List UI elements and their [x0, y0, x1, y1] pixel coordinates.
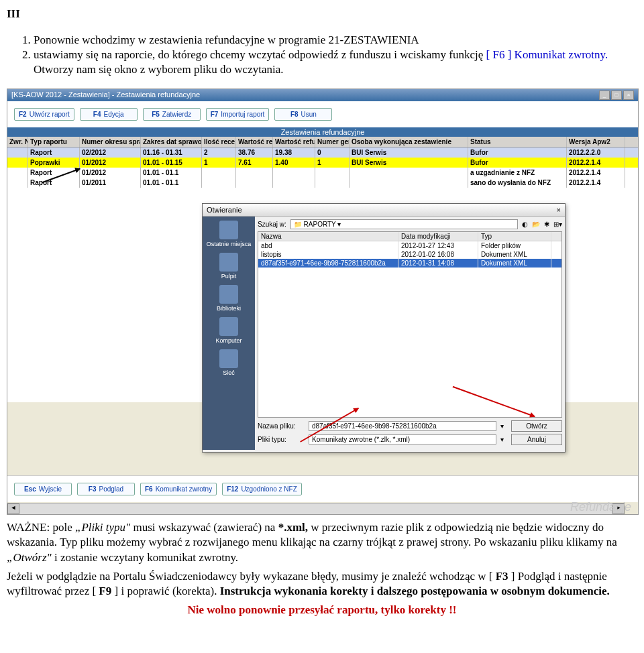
watermark-text: Refundacje: [570, 500, 631, 514]
app-title-text: [KS-AOW 2012 - Zestawienia] - Zestawieni…: [11, 91, 200, 100]
table-row[interactable]: Raport01/201101.01 - 01.1sano do wysłani…: [7, 178, 638, 188]
table-row[interactable]: Raport01/201201.01 - 01.1a uzgadnianie z…: [7, 168, 638, 178]
back-icon[interactable]: ◐: [522, 221, 528, 228]
filename-input[interactable]: d87af35f-e971-46ee-9b98-752811600b2a: [309, 421, 496, 431]
sidebar-place-item[interactable]: Ostatnie miejsca: [207, 221, 252, 247]
minimize-icon[interactable]: _: [599, 91, 610, 100]
sidebar-place-item[interactable]: Pulpit: [219, 253, 238, 280]
sidebar-place-item[interactable]: Sieć: [219, 349, 238, 376]
fkey-button[interactable]: F5Zatwierdz: [143, 108, 201, 121]
open-button[interactable]: Otwórz: [511, 420, 562, 432]
lookin-dropdown[interactable]: 📁 RAPORTY ▾: [290, 219, 518, 229]
filename-label: Nazwa pliku:: [258, 422, 305, 430]
fkey-button[interactable]: F2Utwórz raport: [14, 108, 74, 121]
step-1: Ponownie wchodzimy w zestawienia refunda…: [34, 33, 637, 48]
close-icon[interactable]: ×: [623, 91, 634, 100]
scrollbar-horizontal[interactable]: ◄ ►: [7, 503, 625, 514]
fkey-button[interactable]: F8Usun: [274, 108, 332, 121]
dialog-close-icon[interactable]: ×: [557, 206, 561, 214]
note-warning: Nie wolno ponownie przesyłać raportu, ty…: [7, 603, 637, 617]
file-list[interactable]: Nazwa Data modyfikacji Typ abd2012-01-27…: [258, 231, 562, 418]
toolbar-top: F2Utwórz raportF4EdycjaF5ZatwierdzF7Impo…: [7, 101, 638, 127]
file-open-dialog: Otwieranie × Ostatnie miejscaPulpitBibli…: [202, 203, 566, 453]
app-titlebar: [KS-AOW 2012 - Zestawienia] - Zestawieni…: [7, 89, 638, 101]
scroll-left-icon[interactable]: ◄: [7, 503, 19, 514]
fkey-button[interactable]: EscWyjscie: [14, 483, 72, 495]
grid-body[interactable]: Raport02/201201.16 - 01.31238.7619.380BU…: [7, 147, 638, 201]
file-row[interactable]: listopis2012-01-02 16:08Dokument XML: [258, 250, 561, 259]
toolbar-bottom: EscWyjscieF3PodgladF6Komunikat zwrotnyF1…: [7, 475, 638, 502]
file-row[interactable]: d87af35f-e971-46ee-9b98-752811600b2a2012…: [258, 259, 561, 268]
window-controls: _ □ ×: [599, 91, 634, 100]
lookin-label: Szukaj w:: [258, 221, 286, 228]
file-row[interactable]: abd2012-01-27 12:43Folder plików: [258, 241, 561, 250]
filetype-dropdown[interactable]: Komunikaty zwrotne (*.zlk, *.xml): [309, 434, 496, 444]
sidebar-place-item[interactable]: Komputer: [215, 317, 241, 344]
app-screenshot: [KS-AOW 2012 - Zestawienia] - Zestawieni…: [7, 88, 639, 515]
grid-header: Zwr. NFZ Typ raportu Numer okresu sprawo…: [7, 137, 638, 147]
fkey-button[interactable]: F7Importuj raport: [206, 108, 270, 121]
table-row[interactable]: Poprawki01/201201.01 - 01.1517.611.401BU…: [7, 158, 638, 168]
newfolder-icon[interactable]: ✱: [544, 221, 549, 228]
instruction-text: III Ponownie wchodzimy w zestawienia ref…: [7, 7, 637, 77]
panel-title: Zestawienia refundacyjne: [7, 127, 638, 137]
views-icon[interactable]: ⊞▾: [553, 221, 562, 228]
table-row[interactable]: Raport02/201201.16 - 01.31238.7619.380BU…: [7, 147, 638, 158]
maximize-icon[interactable]: □: [611, 91, 622, 100]
note-paragraph-2: Jeżeli w podglądzie na Portalu Świadczen…: [7, 569, 637, 599]
dialog-titlebar: Otwieranie ×: [203, 204, 565, 217]
section-number: III: [7, 7, 20, 20]
filetype-label: Pliki typu:: [258, 436, 305, 443]
step-2: ustawiamy się na raporcie, do którego ch…: [34, 48, 637, 77]
cancel-button[interactable]: Anuluj: [511, 434, 562, 445]
fkey-button[interactable]: F3Podglad: [77, 483, 135, 495]
sidebar-place-item[interactable]: Biblioteki: [217, 285, 241, 312]
fkey-button[interactable]: F6Komunikat zwrotny: [140, 483, 217, 495]
fkey-button[interactable]: F4Edycja: [80, 108, 138, 121]
dialog-title-text: Otwieranie: [207, 206, 242, 214]
fkey-button[interactable]: F12Uzgodniono z NFZ: [222, 483, 302, 495]
note-paragraph-1: WAŻNE: pole „Pliki typu" musi wskazywać …: [7, 520, 637, 565]
up-icon[interactable]: 📂: [532, 221, 540, 228]
dialog-sidebar: Ostatnie miejscaPulpitBibliotekiKomputer…: [203, 217, 255, 450]
